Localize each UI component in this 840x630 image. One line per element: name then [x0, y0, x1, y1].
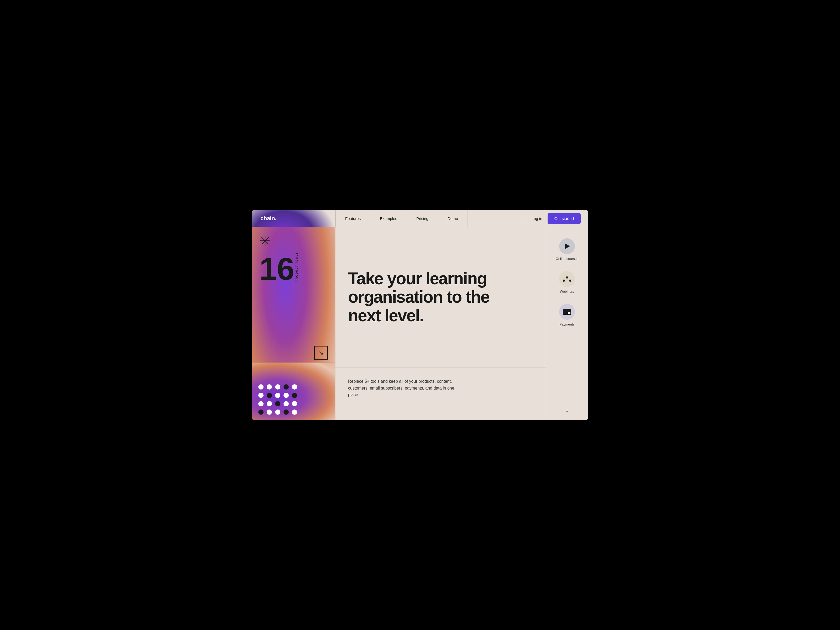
hero-title: Take your learning organisation to the n…: [348, 269, 495, 325]
dot: [284, 384, 289, 390]
nav-right: Log in Get started: [523, 210, 588, 227]
dot: [292, 409, 297, 415]
dot: [267, 401, 272, 406]
logo[interactable]: chain.: [261, 215, 276, 222]
tool-webinars[interactable]: Webinars: [546, 266, 588, 299]
nav-features[interactable]: Features: [335, 210, 370, 227]
play-icon: [565, 243, 570, 249]
center-content: Take your learning organisation to the n…: [335, 227, 546, 420]
product-tools-row: 16 PRODUCT TOOLS: [259, 252, 328, 284]
dot: [275, 401, 280, 406]
nav-demo[interactable]: Demo: [438, 210, 468, 227]
main-layout: ✳ 16 PRODUCT TOOLS ↘: [252, 227, 588, 420]
nav-links: Features Examples Pricing Demo: [335, 210, 523, 227]
dot: [267, 393, 272, 398]
right-sidebar: Online courses Webinars: [546, 227, 588, 420]
tools-count: 16: [259, 253, 294, 284]
payments-label: Payments: [559, 322, 575, 326]
webinars-label: Webinars: [560, 289, 574, 294]
dot: [275, 393, 280, 398]
dot: [284, 409, 289, 415]
asterisk-icon: ✳: [259, 234, 328, 248]
left-sidebar: ✳ 16 PRODUCT TOOLS ↘: [252, 227, 335, 420]
hero-subtitle: Replace 5+ tools and keep all of your pr…: [348, 378, 464, 398]
dot: [284, 393, 289, 398]
dot: [258, 384, 264, 390]
scroll-down-button[interactable]: ↓: [565, 406, 568, 414]
navbar: chain. Features Examples Pricing Demo Lo…: [252, 210, 588, 227]
dot: [267, 409, 272, 415]
tool-payments[interactable]: Payments: [546, 299, 588, 332]
dot: [258, 393, 264, 398]
dot: [292, 401, 297, 406]
dots-pattern: [258, 384, 297, 415]
nav-examples[interactable]: Examples: [370, 210, 407, 227]
tools-label: PRODUCT TOOLS: [295, 252, 298, 281]
payment-card-icon: [563, 309, 571, 315]
payments-icon-circle: [559, 304, 575, 320]
dot: [275, 384, 280, 390]
sub-section: Replace 5+ tools and keep all of your pr…: [335, 368, 546, 420]
dot: [292, 393, 297, 398]
tool-online-courses[interactable]: Online courses: [546, 233, 588, 266]
dot: [258, 401, 264, 406]
get-started-button[interactable]: Get started: [548, 213, 581, 224]
webinars-dots-icon: [563, 276, 571, 282]
online-courses-label: Online courses: [556, 257, 579, 261]
online-courses-icon-circle: [559, 238, 575, 254]
dot: [284, 401, 289, 406]
dot: [275, 409, 280, 415]
hero-section: Take your learning organisation to the n…: [335, 227, 546, 368]
logo-area: chain.: [252, 210, 335, 227]
dot: [267, 384, 272, 390]
webinars-icon-circle: [559, 271, 575, 287]
dot: [292, 384, 297, 390]
nav-pricing[interactable]: Pricing: [407, 210, 438, 227]
login-link[interactable]: Log in: [532, 216, 542, 221]
dot: [258, 409, 264, 415]
screen-wrapper: chain. Features Examples Pricing Demo Lo…: [252, 210, 588, 420]
